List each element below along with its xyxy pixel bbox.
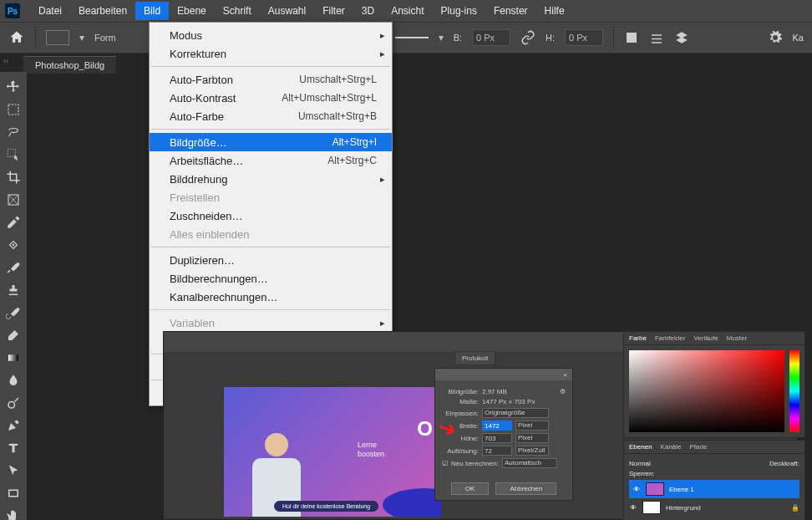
menu-item-duplizieren-[interactable]: Duplizieren… bbox=[150, 251, 392, 269]
menu-item-bildgr-e-[interactable]: Bildgröße…Alt+Strg+I bbox=[150, 133, 392, 151]
layer-row[interactable]: 👁 Hintergrund 🔒 bbox=[629, 498, 799, 517]
menu-hilfe[interactable]: Hilfe bbox=[536, 2, 573, 20]
menu-fenster[interactable]: Fenster bbox=[485, 2, 536, 20]
menu-item-kanalberechnungen-[interactable]: Kanalberechnungen… bbox=[150, 288, 392, 306]
menu-item-modus[interactable]: Modus bbox=[150, 26, 392, 44]
tab-pfade[interactable]: Pfade bbox=[690, 443, 708, 451]
history-panel-tab[interactable]: Protokoll bbox=[454, 351, 495, 365]
menu-ansicht[interactable]: Ansicht bbox=[383, 2, 432, 20]
menu-item-bildberechnungen-[interactable]: Bildberechnungen… bbox=[150, 269, 392, 288]
brush-tool[interactable] bbox=[3, 257, 23, 278]
color-gradient[interactable] bbox=[629, 350, 784, 432]
layer-row[interactable]: 👁 Ebene 1 bbox=[629, 480, 799, 498]
menu-datei[interactable]: Datei bbox=[30, 2, 70, 20]
stack-icon[interactable] bbox=[674, 30, 689, 45]
svg-rect-4 bbox=[8, 354, 18, 361]
move-tool[interactable] bbox=[3, 77, 23, 97]
dims-value: 1477 Px × 703 Px bbox=[482, 398, 535, 405]
menu-item-auto-farbton[interactable]: Auto-FarbtonUmschalt+Strg+L bbox=[150, 70, 392, 89]
fitto-select[interactable]: Originalgröße bbox=[482, 408, 549, 418]
opacity-label: Deckkraft: bbox=[769, 460, 799, 467]
healing-tool[interactable] bbox=[3, 235, 23, 255]
gradient-tool[interactable] bbox=[3, 348, 23, 368]
menu-bearbeiten[interactable]: Bearbeiten bbox=[70, 2, 135, 20]
shape-preset[interactable] bbox=[46, 30, 69, 45]
path-selection-tool[interactable] bbox=[3, 461, 23, 481]
dlg-height-input[interactable] bbox=[482, 433, 512, 443]
ok-button[interactable]: OK bbox=[451, 482, 490, 495]
blur-tool[interactable] bbox=[3, 370, 23, 390]
cancel-button[interactable]: Abbrechen bbox=[495, 482, 556, 495]
menu-item-bilddrehung[interactable]: Bilddrehung bbox=[150, 170, 392, 188]
tab-verlaufe[interactable]: Verläufe bbox=[693, 334, 718, 342]
tab-kanale[interactable]: Kanäle bbox=[661, 443, 682, 451]
resample-label: Neu berechnen: bbox=[451, 460, 499, 467]
size-value: 2,97 MB bbox=[482, 388, 507, 395]
color-panel: Farbe Farbfelder Verläufe Muster bbox=[623, 331, 805, 438]
dlg-height-label: Höhe: bbox=[442, 435, 479, 442]
tab-farbfelder[interactable]: Farbfelder bbox=[655, 334, 685, 342]
dialog-titlebar: × bbox=[435, 369, 572, 380]
eraser-tool[interactable] bbox=[3, 325, 23, 345]
menu-item-auto-kontrast[interactable]: Auto-KontrastAlt+Umschalt+Strg+L bbox=[150, 89, 392, 107]
panel-collapse-handle[interactable]: ›› bbox=[3, 57, 8, 65]
menu-item-korrekturen[interactable]: Korrekturen bbox=[150, 44, 392, 63]
menu-plugins[interactable]: Plug-ins bbox=[433, 2, 485, 20]
blend-mode[interactable]: Normal bbox=[629, 460, 651, 467]
rectangle-tool[interactable] bbox=[3, 483, 23, 503]
menu-ebene[interactable]: Ebene bbox=[169, 2, 215, 20]
height-input[interactable] bbox=[565, 29, 603, 46]
menu-filter[interactable]: Filter bbox=[314, 2, 353, 20]
close-icon[interactable]: × bbox=[563, 371, 567, 379]
layer-thumb bbox=[642, 501, 661, 514]
history-brush-tool[interactable] bbox=[3, 303, 23, 323]
visibility-icon[interactable]: 👁 bbox=[629, 504, 637, 512]
tab-farbe[interactable]: Farbe bbox=[629, 334, 647, 342]
dlg-res-unit[interactable]: Pixel/Zoll bbox=[515, 446, 549, 456]
nested-canvas: O Lerneboosten. Hol dir deine kostenlose… bbox=[224, 387, 441, 517]
menu-item-auto-farbe[interactable]: Auto-FarbeUmschalt+Strg+B bbox=[150, 107, 392, 125]
gear-icon[interactable] bbox=[768, 30, 783, 45]
eyedropper-tool[interactable] bbox=[3, 212, 23, 232]
dlg-height-unit[interactable]: Pixel bbox=[515, 433, 549, 443]
menu-auswahl[interactable]: Auswahl bbox=[260, 2, 314, 20]
stroke-preview[interactable] bbox=[395, 37, 429, 38]
frame-tool[interactable] bbox=[3, 190, 23, 210]
hue-slider[interactable] bbox=[789, 350, 799, 432]
home-icon[interactable] bbox=[8, 29, 25, 46]
dlg-width-input[interactable] bbox=[482, 421, 512, 431]
layer-name: Ebene 1 bbox=[669, 486, 694, 493]
menu-item-arbeitsfl-che-[interactable]: Arbeitsfläche…Alt+Strg+C bbox=[150, 151, 392, 170]
marquee-tool[interactable] bbox=[3, 99, 23, 120]
menu-bild[interactable]: Bild bbox=[135, 2, 169, 20]
link-icon[interactable] bbox=[520, 30, 535, 45]
resample-check[interactable]: ☑ bbox=[442, 460, 448, 467]
object-selection-tool[interactable] bbox=[3, 145, 23, 165]
lasso-tool[interactable] bbox=[3, 122, 23, 142]
pen-tool[interactable] bbox=[3, 415, 23, 436]
app-logo: Ps bbox=[5, 3, 20, 18]
type-tool[interactable] bbox=[3, 438, 23, 458]
document-tab[interactable]: Photoshop_Bildg bbox=[23, 56, 116, 74]
dlg-res-label: Auflösung: bbox=[442, 447, 479, 455]
menu-schrift[interactable]: Schrift bbox=[215, 2, 260, 20]
align-edges-icon[interactable] bbox=[649, 30, 664, 45]
image-size-dialog: × Bildgröße:2,97 MB⚙ Maße:1477 Px × 703 … bbox=[434, 368, 573, 501]
menubar: Ps Datei Bearbeiten Bild Ebene Schrift A… bbox=[0, 0, 812, 22]
tab-ebenen[interactable]: Ebenen bbox=[629, 443, 652, 451]
dlg-width-unit[interactable]: Pixel bbox=[515, 421, 549, 431]
resample-select[interactable]: Automatisch bbox=[502, 458, 557, 468]
dlg-res-input[interactable] bbox=[482, 446, 512, 456]
stamp-tool[interactable] bbox=[3, 280, 23, 300]
menu-3d[interactable]: 3D bbox=[353, 2, 383, 20]
tab-muster[interactable]: Muster bbox=[727, 334, 747, 342]
dialog-gear-icon[interactable]: ⚙ bbox=[560, 388, 566, 395]
menu-item-zuschneiden-[interactable]: Zuschneiden… bbox=[150, 206, 392, 225]
visibility-icon[interactable]: 👁 bbox=[632, 486, 641, 493]
align-icon[interactable] bbox=[624, 30, 639, 45]
svg-point-5 bbox=[8, 402, 15, 409]
dodge-tool[interactable] bbox=[3, 393, 23, 413]
hand-tool[interactable] bbox=[3, 506, 23, 520]
width-input[interactable] bbox=[472, 29, 510, 46]
crop-tool[interactable] bbox=[3, 167, 23, 187]
